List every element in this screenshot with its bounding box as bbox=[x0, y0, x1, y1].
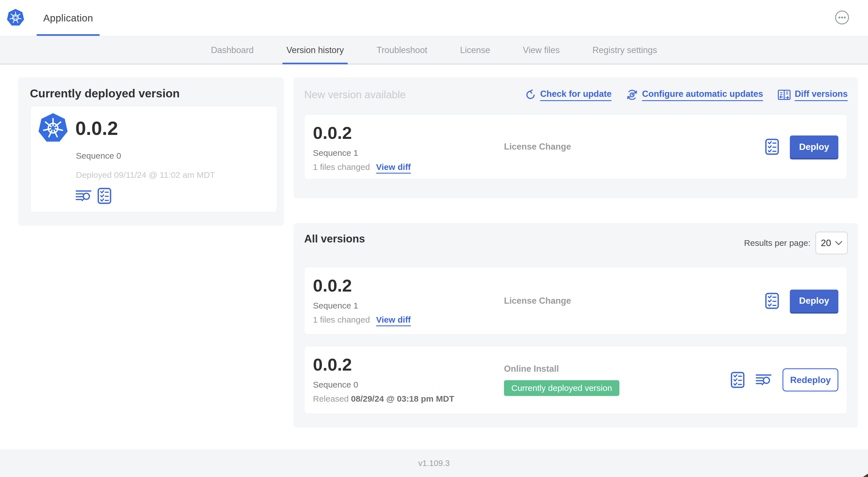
refresh-icon bbox=[525, 89, 536, 100]
new-version-row: 0.0.2 Sequence 1 1 files changed View di… bbox=[304, 114, 847, 179]
checklist-icon[interactable] bbox=[731, 372, 745, 388]
nav-tab-label: License bbox=[460, 45, 490, 55]
checklist-icon[interactable] bbox=[765, 139, 779, 155]
nav-tab-version-history[interactable]: Version history bbox=[270, 36, 360, 64]
results-per-page-select[interactable]: 20 bbox=[815, 232, 848, 254]
source-label: License Change bbox=[504, 142, 571, 152]
checklist-icon[interactable] bbox=[97, 188, 112, 204]
logs-icon[interactable] bbox=[755, 374, 772, 386]
version-info: 0.0.2 Sequence 1 1 files changed View di… bbox=[313, 124, 411, 174]
app-tab-label: Application bbox=[43, 12, 93, 24]
files-changed-label: 1 files changed bbox=[313, 315, 370, 325]
source-label: Online Install bbox=[504, 364, 619, 374]
configure-automatic-updates-label: Configure automatic updates bbox=[642, 89, 763, 101]
diff-versions-label: Diff versions bbox=[795, 89, 848, 101]
nav-tab-dashboard[interactable]: Dashboard bbox=[194, 36, 270, 64]
all-versions-title: All versions bbox=[304, 233, 365, 245]
header: Application bbox=[0, 0, 868, 36]
kubernetes-logo-icon bbox=[7, 8, 24, 28]
new-version-header: New version available Check for update bbox=[304, 88, 848, 102]
diff-versions-link[interactable]: Diff versions bbox=[778, 89, 848, 101]
check-for-update-link[interactable]: Check for update bbox=[525, 89, 612, 101]
new-version-section: New version available Check for update bbox=[293, 77, 858, 198]
current-deployed-at: Deployed 09/11/24 @ 11:02 am MDT bbox=[76, 170, 215, 180]
currently-deployed-title: Currently deployed version bbox=[30, 87, 180, 100]
results-per-page-label: Results per page: bbox=[744, 238, 810, 248]
source-label: License Change bbox=[504, 296, 571, 306]
version-source: License Change bbox=[504, 296, 571, 306]
version-row: 0.0.2 Sequence 0 Released08/29/24 @ 03:1… bbox=[304, 346, 847, 414]
version-row: 0.0.2 Sequence 1 1 files changed View di… bbox=[304, 267, 847, 334]
version-actions: Redeploy bbox=[731, 368, 838, 391]
nav-tab-label: Dashboard bbox=[211, 45, 254, 55]
nav-tab-label: View files bbox=[523, 45, 560, 55]
version-number: 0.0.2 bbox=[313, 276, 411, 295]
footer: v1.109.3 bbox=[0, 449, 868, 477]
released-at: Released08/29/24 @ 03:18 pm MDT bbox=[313, 394, 454, 404]
configure-automatic-updates-link[interactable]: Configure automatic updates bbox=[626, 89, 763, 101]
new-version-header-actions: Check for update Configure automatic upd… bbox=[525, 89, 848, 101]
version-info: 0.0.2 Sequence 0 Released08/29/24 @ 03:1… bbox=[313, 355, 454, 404]
redeploy-button[interactable]: Redeploy bbox=[782, 368, 838, 391]
check-for-update-label: Check for update bbox=[540, 89, 612, 101]
nav-tab-label: Registry settings bbox=[592, 45, 657, 55]
released-prefix: Released bbox=[313, 394, 349, 403]
nav-tab-troubleshoot[interactable]: Troubleshoot bbox=[360, 36, 443, 64]
diff-icon bbox=[778, 89, 791, 100]
currently-deployed-badge: Currently deployed version bbox=[504, 380, 619, 396]
all-versions-section: All versions Results per page: 20 0.0.2 … bbox=[293, 223, 858, 427]
version-info: 0.0.2 Sequence 1 1 files changed View di… bbox=[313, 276, 411, 326]
currently-deployed-section: Currently deployed version bbox=[18, 77, 284, 226]
nav-tab-license[interactable]: License bbox=[443, 36, 506, 64]
released-date: 08/29/24 @ 03:18 pm MDT bbox=[351, 394, 454, 403]
version-actions: Deploy bbox=[765, 290, 838, 312]
deploy-button[interactable]: Deploy bbox=[790, 290, 838, 312]
nav-tab-registry-settings[interactable]: Registry settings bbox=[576, 36, 673, 64]
kubernetes-logo-icon bbox=[38, 113, 68, 145]
sequence-label: Sequence 0 bbox=[313, 380, 454, 389]
nav-tab-label: Troubleshoot bbox=[376, 45, 427, 55]
current-version-actions bbox=[75, 188, 112, 204]
current-version-number: 0.0.2 bbox=[75, 117, 118, 139]
files-changed-label: 1 files changed bbox=[313, 162, 370, 172]
current-sequence-label: Sequence 0 bbox=[76, 151, 121, 160]
new-version-title: New version available bbox=[304, 89, 406, 101]
app-screen: Application Dashboard Version history Tr… bbox=[0, 0, 868, 477]
footer-version: v1.109.3 bbox=[418, 459, 450, 468]
logs-icon[interactable] bbox=[75, 189, 92, 202]
version-actions: Deploy bbox=[765, 136, 838, 158]
version-number: 0.0.2 bbox=[313, 355, 454, 374]
results-per-page-value: 20 bbox=[821, 238, 831, 248]
nav-bar: Dashboard Version history Troubleshoot L… bbox=[0, 36, 868, 64]
currently-deployed-card: 0.0.2 Sequence 0 Deployed 09/11/24 @ 11:… bbox=[30, 106, 277, 212]
checklist-icon[interactable] bbox=[765, 293, 779, 309]
sync-clock-icon bbox=[626, 89, 638, 101]
view-diff-link[interactable]: View diff bbox=[376, 315, 411, 326]
sequence-label: Sequence 1 bbox=[313, 301, 411, 310]
nav-tab-label: Version history bbox=[286, 45, 344, 55]
chevron-down-icon bbox=[835, 241, 842, 245]
version-source: Online Install Currently deployed versio… bbox=[504, 364, 619, 396]
app-tab-active-underline bbox=[37, 34, 100, 36]
nav-tab-view-files[interactable]: View files bbox=[506, 36, 576, 64]
results-per-page: Results per page: 20 bbox=[744, 232, 848, 254]
sequence-label: Sequence 1 bbox=[313, 148, 411, 158]
deploy-button[interactable]: Deploy bbox=[790, 136, 838, 158]
ellipsis-menu-button[interactable] bbox=[835, 10, 849, 25]
version-source: License Change bbox=[504, 142, 571, 152]
view-diff-link[interactable]: View diff bbox=[376, 162, 411, 174]
ellipsis-circle-icon bbox=[835, 10, 849, 25]
app-tab[interactable]: Application bbox=[37, 0, 100, 36]
version-number: 0.0.2 bbox=[313, 124, 411, 142]
